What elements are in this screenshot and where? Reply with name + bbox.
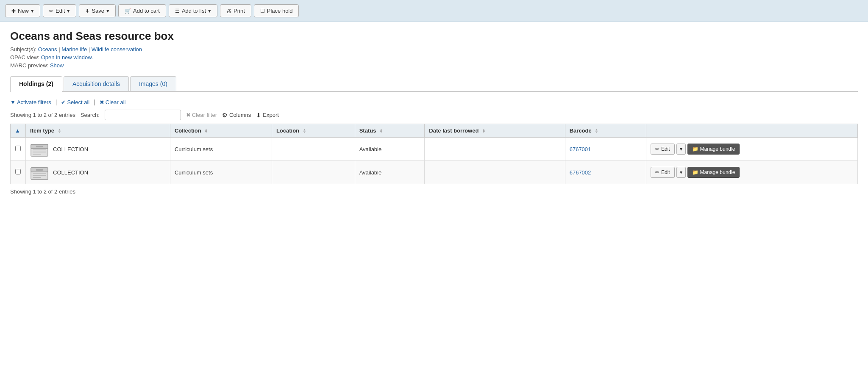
columns-label: Columns	[229, 112, 251, 118]
table-row: COLLECTION Curriculum sets Available 676…	[11, 161, 858, 184]
collection-sort-icon: ⇕	[204, 129, 208, 133]
collection-cell-0: Curriculum sets	[170, 138, 272, 161]
col-item-type-header[interactable]: Item type ⇕	[26, 124, 170, 138]
tab-holdings[interactable]: Holdings (2)	[10, 76, 62, 92]
tab-images[interactable]: Images (0)	[130, 76, 176, 91]
col-barcode-header[interactable]: Barcode ⇕	[565, 124, 646, 138]
export-label: Export	[263, 112, 279, 118]
barcode-link-0[interactable]: 6767001	[570, 146, 591, 152]
sort-up-icon: ▲	[15, 127, 20, 134]
clear-all-link[interactable]: ✖ Clear all	[100, 99, 126, 105]
edit-dropdown-button-0[interactable]: ▾	[676, 144, 686, 155]
barcode-link-1[interactable]: 6767002	[570, 169, 591, 176]
actions-cell-0: ✏ Edit ▾ 📁 Manage bundle	[646, 138, 857, 161]
add-to-list-label: Add to list	[182, 8, 206, 14]
status-sort-icon: ⇕	[379, 129, 383, 133]
select-all-link[interactable]: ✔ Select all	[61, 99, 89, 105]
subjects-label: Subject(s):	[10, 46, 36, 53]
col-sort-header[interactable]: ▲	[11, 124, 26, 138]
page-title: Oceans and Seas resource box	[10, 30, 858, 43]
marc-label: MARC preview:	[10, 62, 48, 69]
clear-filter-label: Clear filter	[192, 112, 217, 118]
opac-link[interactable]: Open in new window.	[41, 54, 93, 61]
tabs: Holdings (2) Acquisition details Images …	[10, 76, 858, 92]
edit-dropdown-button-1[interactable]: ▾	[676, 167, 686, 178]
tab-images-label: Images (0)	[139, 80, 167, 87]
clear-filter-button[interactable]: ✖ Clear filter	[186, 112, 217, 118]
item-type-label-1: COLLECTION	[53, 169, 88, 176]
filter-sep-1: |	[56, 99, 57, 105]
plus-icon: ✚	[11, 8, 16, 14]
marc-show-link[interactable]: Show	[50, 62, 64, 69]
row-checkbox-1[interactable]	[15, 169, 21, 174]
search-label: Search:	[81, 112, 100, 118]
search-input[interactable]	[105, 110, 181, 120]
print-button[interactable]: 🖨 Print	[220, 4, 251, 17]
edit-button[interactable]: ✏ Edit ▾	[43, 4, 76, 17]
new-button[interactable]: ✚ New ▾	[5, 4, 40, 17]
date-last-borrowed-cell-1	[425, 161, 565, 184]
print-label: Print	[234, 8, 245, 14]
save-dropdown-icon: ▾	[106, 8, 109, 14]
status-cell-0: Available	[355, 138, 425, 161]
svg-rect-5	[33, 154, 41, 155]
row-checkbox-0[interactable]	[15, 146, 21, 151]
edit-pencil-icon-1: ✏	[655, 169, 659, 175]
showing-text: Showing 1 to 2 of 2 entries	[10, 112, 75, 118]
col-status-header[interactable]: Status ⇕	[355, 124, 425, 138]
columns-button[interactable]: ⚙ Columns	[222, 112, 251, 119]
subject-oceans-link[interactable]: Oceans	[38, 46, 57, 53]
edit-row-button-0[interactable]: ✏ Edit	[651, 144, 675, 155]
col-date-header[interactable]: Date last borrowed ⇕	[425, 124, 565, 138]
manage-bundle-label-1: Manage bundle	[700, 169, 735, 175]
filter-icon: ▼	[10, 99, 16, 105]
svg-rect-9	[33, 173, 46, 174]
svg-rect-10	[33, 175, 46, 176]
cart-icon: 🛒	[125, 8, 131, 14]
save-icon: ⬇	[85, 8, 89, 14]
collection-box-icon-1	[30, 164, 49, 180]
save-button[interactable]: ⬇ Save ▾	[79, 4, 116, 17]
status-cell-1: Available	[355, 161, 425, 184]
tab-acquisition[interactable]: Acquisition details	[64, 76, 129, 91]
gear-icon: ⚙	[222, 112, 228, 119]
add-to-list-button[interactable]: ☰ Add to list ▾	[169, 4, 217, 17]
item-type-label-0: COLLECTION	[53, 146, 88, 152]
check-icon: ✔	[61, 99, 66, 105]
hold-icon: ☐	[260, 8, 265, 14]
showing-footer: Showing 1 to 2 of 2 entries	[10, 188, 858, 195]
edit-label: Edit	[56, 8, 65, 14]
select-all-label: Select all	[67, 99, 89, 105]
export-icon: ⬇	[256, 112, 261, 119]
pencil-icon: ✏	[49, 8, 53, 14]
subject-sep-2: |	[89, 46, 92, 53]
row-checkbox-cell-0	[11, 138, 26, 161]
manage-bundle-button-0[interactable]: 📁 Manage bundle	[687, 144, 740, 155]
col-location-header[interactable]: Location ⇕	[272, 124, 355, 138]
x-icon: ✖	[100, 99, 104, 105]
subject-marine-link[interactable]: Marine life	[61, 46, 87, 53]
edit-pencil-icon-0: ✏	[655, 146, 659, 152]
item-type-cell-1: COLLECTION	[26, 161, 170, 184]
col-collection-header[interactable]: Collection ⇕	[170, 124, 272, 138]
filter-sep-2: |	[94, 99, 95, 105]
edit-dropdown-chevron-1: ▾	[680, 169, 682, 175]
activate-filters-link[interactable]: ▼ Activate filters	[10, 99, 51, 105]
place-hold-label: Place hold	[267, 8, 293, 14]
export-button[interactable]: ⬇ Export	[256, 112, 279, 119]
edit-dropdown-icon: ▾	[67, 8, 70, 14]
table-row: COLLECTION Curriculum sets Available 676…	[11, 138, 858, 161]
collection-cell-1: Curriculum sets	[170, 161, 272, 184]
barcode-sort-icon: ⇕	[595, 129, 598, 133]
holdings-section: ▼ Activate filters | ✔ Select all | ✖ Cl…	[10, 92, 858, 202]
subject-wildlife-link[interactable]: Wildlife conservation	[92, 46, 142, 53]
location-sort-icon: ⇕	[303, 129, 306, 133]
manage-bundle-button-1[interactable]: 📁 Manage bundle	[687, 167, 740, 178]
row-checkbox-cell-1	[11, 161, 26, 184]
place-hold-button[interactable]: ☐ Place hold	[254, 4, 299, 17]
save-label: Save	[92, 8, 104, 14]
edit-dropdown-chevron-0: ▾	[680, 146, 682, 152]
edit-row-button-1[interactable]: ✏ Edit	[651, 167, 675, 178]
add-to-cart-button[interactable]: 🛒 Add to cart	[118, 4, 166, 17]
add-to-cart-label: Add to cart	[133, 8, 160, 14]
